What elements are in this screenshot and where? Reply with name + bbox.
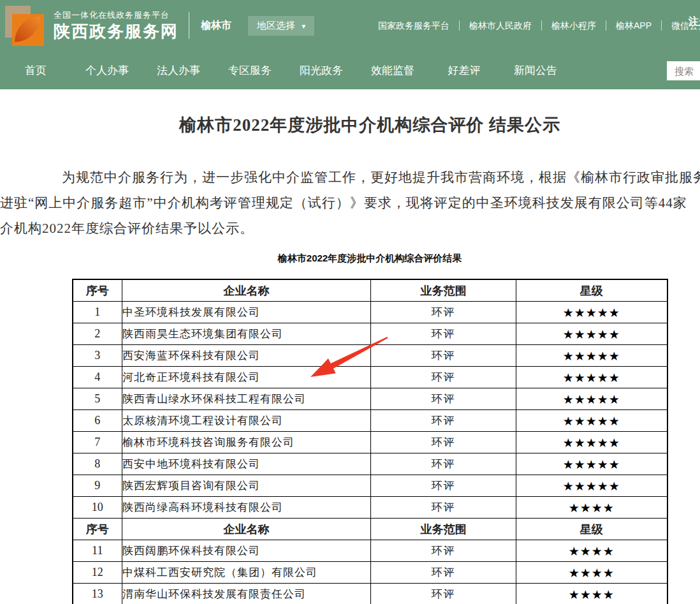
row-scope: 环评	[371, 410, 516, 432]
chevron-down-icon: ▾	[302, 22, 305, 31]
row-scope: 环评	[371, 323, 516, 345]
row-scope: 环评	[371, 540, 516, 562]
row-stars: ★★★★★	[516, 475, 667, 497]
col-header-company: 企业名称	[122, 519, 371, 540]
col-header-scope: 业务范围	[371, 279, 516, 302]
row-no: 12	[73, 562, 122, 584]
evaluation-table: 序号 企业名称 业务范围 星级 1 中圣环境科技发展有限公司 环评 ★★★★★ …	[72, 279, 668, 604]
row-company: 中圣环境科技发展有限公司	[122, 302, 371, 323]
table-row: 1 中圣环境科技发展有限公司 环评 ★★★★★	[73, 302, 667, 323]
nav-item[interactable]: 个人办事	[71, 63, 143, 78]
table-caption: 榆林市2022年度涉批中介机构综合评价结果	[0, 253, 700, 265]
row-company: 河北奇正环境科技有限公司	[122, 367, 371, 388]
main-nav-items: 首页个人办事法人办事专区服务阳光政务效能监督好差评新闻公告	[0, 51, 700, 89]
row-no: 6	[73, 410, 122, 432]
row-scope: 环评	[371, 388, 516, 410]
nav-item[interactable]: 法人办事	[143, 63, 214, 78]
platform-label: 全国一体化在线政务服务平台	[54, 10, 179, 21]
row-scope: 环评	[371, 345, 516, 367]
col-header-company: 企业名称	[122, 279, 371, 302]
row-company: 渭南华山环保科技发展有限责任公司	[122, 584, 371, 604]
row-no: 9	[73, 475, 122, 497]
row-stars: ★★★★★	[516, 367, 667, 388]
table-row: 9 陕西宏辉项目咨询有限公司 环评 ★★★★★	[73, 475, 667, 497]
nav-item[interactable]: 首页	[0, 63, 71, 78]
row-company: 陕西青山绿水环保科技工程有限公司	[122, 388, 371, 410]
row-no: 10	[73, 497, 122, 519]
site-header: 全国一体化在线政务服务平台 陕西政务服务网 榆林市 地区选择 ▾ 国家政务服务平…	[0, 0, 700, 51]
row-stars: ★★★★★	[516, 432, 667, 453]
row-scope: 环评	[371, 453, 516, 475]
col-header-no: 序号	[73, 279, 122, 302]
row-scope: 环评	[371, 497, 516, 519]
row-no: 5	[73, 388, 122, 410]
row-company: 中煤科工西安研究院（集团）有限公司	[122, 562, 371, 584]
article-content: 榆林市2022年度涉批中介机构综合评价 结果公示 为规范中介服务行为，进一步强化…	[0, 114, 700, 604]
register-link[interactable]: 注册	[689, 15, 700, 29]
table-header-row: 序号 企业名称 业务范围 星级	[73, 519, 667, 540]
nav-item[interactable]: 效能监督	[357, 63, 428, 78]
row-no: 8	[73, 453, 122, 475]
table-row: 8 西安中地环境科技有限公司 环评 ★★★★★	[73, 453, 667, 475]
main-nav: 首页个人办事法人办事专区服务阳光政务效能监督好差评新闻公告	[0, 51, 700, 89]
nav-item[interactable]: 好差评	[428, 63, 500, 78]
row-no: 1	[73, 302, 122, 323]
nav-item[interactable]: 新闻公告	[500, 63, 571, 78]
paragraph-line: 进驻“网上中介服务超市”中介机构考评管理规定（试行）》要求，现将评定的中圣环境科…	[0, 190, 700, 216]
row-no: 2	[73, 323, 122, 345]
row-scope: 环评	[371, 432, 516, 453]
site-title-block: 全国一体化在线政务服务平台 陕西政务服务网	[54, 10, 179, 41]
site-logo-icon[interactable]	[5, 6, 46, 47]
paragraph-line: 介机构2022年度综合评价结果予以公示。	[0, 216, 700, 241]
row-stars: ★★★★★	[516, 410, 667, 432]
table-row: 10 陕西尚绿高科环境科技有限公司 环评 ★★★★	[73, 497, 667, 519]
nav-item[interactable]: 专区服务	[214, 63, 286, 78]
row-no: 3	[73, 345, 122, 367]
row-company: 陕西尚绿高科环境科技有限公司	[122, 497, 371, 519]
table-row: 12 中煤科工西安研究院（集团）有限公司 环评 ★★★★	[73, 562, 667, 584]
row-scope: 环评	[371, 562, 516, 584]
nav-item[interactable]: 阳光政务	[286, 63, 357, 78]
row-stars: ★★★★★	[516, 453, 667, 475]
page-title: 榆林市2022年度涉批中介机构综合评价 结果公示	[0, 114, 700, 136]
table-row: 2 陕西雨昊生态环境集团有限公司 环评 ★★★★★	[73, 323, 667, 345]
current-city-label: 榆林市	[201, 19, 231, 33]
paragraph-line: 为规范中介服务行为，进一步强化中介监管工作，更好地提升我市营商环境，根据《榆林市…	[0, 165, 700, 190]
row-scope: 环评	[371, 584, 516, 604]
header-link[interactable]: 榆林APP	[606, 20, 661, 31]
row-stars: ★★★★★	[516, 302, 667, 323]
table-row: 3 西安海蓝环保科技有限公司 环评 ★★★★★	[73, 345, 667, 367]
header-divider	[189, 12, 189, 39]
row-company: 西安中地环境科技有限公司	[122, 453, 371, 475]
row-company: 陕西宏辉项目咨询有限公司	[122, 475, 371, 497]
header-link[interactable]: 榆林市人民政府	[459, 20, 541, 31]
header-link[interactable]: 榆林小程序	[541, 20, 606, 31]
table-row: 6 太原核清环境工程设计有限公司 环评 ★★★★★	[73, 410, 667, 432]
table-row: 7 榆林市环境科技咨询服务有限公司 环评 ★★★★★	[73, 432, 667, 453]
region-selector-label: 地区选择	[257, 20, 295, 31]
row-stars: ★★★★★	[516, 388, 667, 410]
row-stars: ★★★★★	[516, 345, 667, 367]
table-header-row: 序号 企业名称 业务范围 星级	[73, 279, 667, 302]
table-row: 11 陕西阔鹏环保科技有限公司 环评 ★★★★	[73, 540, 667, 562]
row-stars: ★★★★	[516, 540, 667, 562]
announcement-paragraph: 为规范中介服务行为，进一步强化中介监管工作，更好地提升我市营商环境，根据《榆林市…	[0, 165, 700, 241]
row-stars: ★★★★★	[516, 323, 667, 345]
table-row: 4 河北奇正环境科技有限公司 环评 ★★★★★	[73, 367, 667, 388]
evaluation-table-body: 序号 企业名称 业务范围 星级 1 中圣环境科技发展有限公司 环评 ★★★★★ …	[73, 279, 667, 604]
row-no: 7	[73, 432, 122, 453]
col-header-stars: 星级	[516, 519, 667, 540]
row-company: 榆林市环境科技咨询服务有限公司	[122, 432, 371, 453]
row-scope: 环评	[371, 475, 516, 497]
search-input[interactable]	[667, 61, 700, 80]
table-row: 13 渭南华山环保科技发展有限责任公司 环评 ★★★★	[73, 584, 667, 604]
header-link[interactable]: 国家政务服务平台	[368, 20, 459, 31]
row-no: 11	[73, 540, 122, 562]
region-selector-button[interactable]: 地区选择 ▾	[248, 16, 314, 36]
col-header-stars: 星级	[516, 279, 667, 302]
row-company: 陕西阔鹏环保科技有限公司	[122, 540, 371, 562]
row-no: 13	[73, 584, 122, 604]
row-company: 陕西雨昊生态环境集团有限公司	[122, 323, 371, 345]
row-company: 太原核清环境工程设计有限公司	[122, 410, 371, 432]
row-stars: ★★★★	[516, 497, 667, 519]
